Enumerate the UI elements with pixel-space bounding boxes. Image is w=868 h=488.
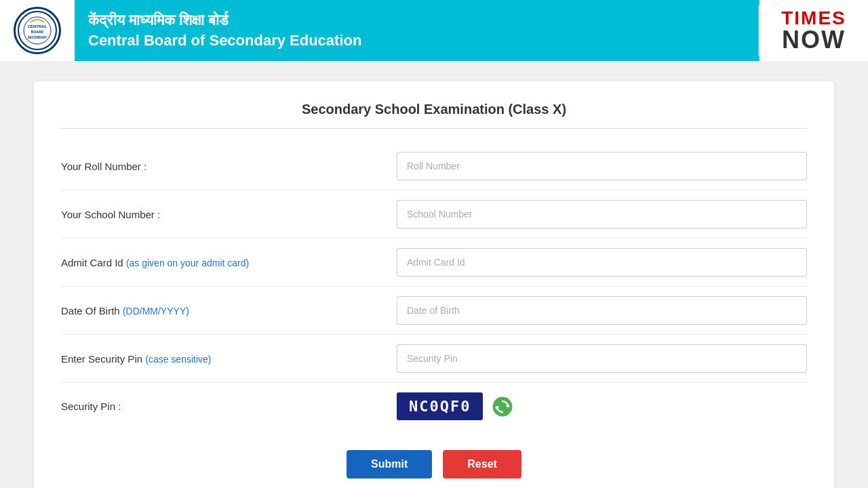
submit-button[interactable]: Submit	[347, 450, 432, 479]
refresh-icon	[492, 396, 513, 418]
button-row: Submit Reset	[61, 443, 807, 479]
school-number-label: Your School Number :	[61, 209, 397, 220]
main-content: Secondary School Examination (Class X) Y…	[0, 61, 868, 488]
roll-number-label: Your Roll Number :	[61, 161, 397, 172]
dob-input[interactable]	[397, 296, 807, 325]
roll-number-input[interactable]	[397, 152, 807, 180]
roll-number-input-wrap	[397, 152, 807, 180]
header-brand: TIMES NOW	[760, 0, 868, 61]
admit-card-sublabel: (as given on your admit card)	[126, 258, 249, 268]
school-number-input[interactable]	[397, 200, 807, 228]
security-pin-sublabel: (case sensitive)	[145, 354, 211, 365]
admit-card-input-wrap	[397, 248, 807, 277]
times-text: TIMES	[781, 9, 846, 28]
security-pin-label-main: Enter Security Pin	[61, 353, 142, 365]
dob-label: Date Of Birth (DD/MM/YYYY)	[61, 305, 397, 317]
form-card: Secondary School Examination (Class X) Y…	[34, 81, 834, 488]
school-number-row: Your School Number :	[61, 190, 807, 239]
captcha-label: Security Pin :	[61, 401, 397, 412]
dob-sublabel: (DD/MM/YYYY)	[123, 306, 189, 317]
dob-row: Date Of Birth (DD/MM/YYYY)	[61, 287, 807, 335]
svg-text:BOARD: BOARD	[31, 30, 44, 34]
header-hindi-title: केंद्रीय माध्यमिक शिक्षा बोर्ड	[88, 12, 745, 29]
captcha-wrap: NC0QF0	[397, 392, 807, 420]
now-text: NOW	[782, 28, 846, 52]
header-text: केंद्रीय माध्यमिक शिक्षा बोर्ड Central B…	[75, 5, 760, 56]
admit-card-row: Admit Card Id (as given on your admit ca…	[61, 239, 807, 287]
svg-text:CENTRAL: CENTRAL	[28, 24, 47, 28]
admit-card-input[interactable]	[397, 248, 807, 277]
security-pin-label: Enter Security Pin (case sensitive)	[61, 353, 397, 365]
header-english-title: Central Board of Secondary Education	[88, 32, 745, 49]
header: CENTRAL BOARD SECONDARY केंद्रीय माध्यमि…	[0, 0, 868, 61]
header-logo: CENTRAL BOARD SECONDARY	[0, 0, 75, 61]
security-pin-input-wrap	[397, 344, 807, 373]
captcha-display: NC0QF0	[397, 392, 483, 420]
roll-number-row: Your Roll Number :	[61, 142, 807, 190]
reset-button[interactable]: Reset	[443, 450, 521, 479]
school-number-input-wrap	[397, 200, 807, 228]
admit-card-label: Admit Card Id (as given on your admit ca…	[61, 257, 397, 268]
dob-input-wrap	[397, 296, 807, 325]
times-now-logo: TIMES NOW	[781, 9, 846, 52]
svg-text:SECONDARY: SECONDARY	[28, 36, 47, 39]
form-title: Secondary School Examination (Class X)	[61, 102, 807, 129]
security-pin-row: Enter Security Pin (case sensitive)	[61, 335, 807, 383]
security-pin-input[interactable]	[397, 344, 807, 373]
refresh-captcha-button[interactable]	[490, 394, 515, 420]
dob-label-main: Date Of Birth	[61, 305, 120, 317]
admit-card-label-main: Admit Card Id	[61, 257, 123, 268]
cbse-logo: CENTRAL BOARD SECONDARY	[14, 7, 61, 54]
captcha-row: Security Pin : NC0QF0	[61, 383, 807, 430]
